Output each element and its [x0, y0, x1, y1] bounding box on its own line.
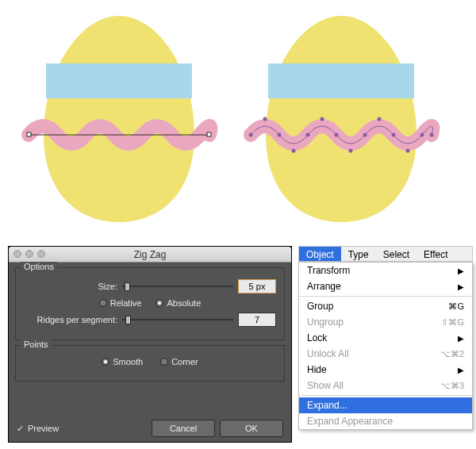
svg-point-17 [420, 133, 424, 137]
svg-point-15 [392, 133, 396, 137]
menu-item-transform[interactable]: Transform▶ [299, 263, 472, 278]
menu-item-ungroup: Ungroup⇧⌘G [299, 314, 472, 330]
points-group: Points Smooth Corner [15, 345, 285, 382]
shortcut-label: ⌥⌘3 [440, 381, 464, 391]
zigzag-dialog: Zig Zag Options Size: 5 px Relative Abso… [8, 246, 292, 443]
submenu-arrow-icon: ▶ [458, 267, 464, 275]
svg-point-6 [263, 117, 267, 121]
dialog-title-bar[interactable]: Zig Zag [9, 247, 291, 263]
absolute-radio[interactable]: Absolute [155, 298, 201, 308]
svg-point-9 [306, 133, 310, 137]
shortcut-label: ⌘G [448, 301, 464, 312]
svg-rect-0 [46, 63, 192, 98]
svg-point-10 [321, 117, 324, 121]
menu-item-lock[interactable]: Lock▶ [299, 330, 472, 346]
relative-radio[interactable]: Relative [99, 298, 142, 308]
menu-item-expand[interactable]: Expand... [299, 397, 472, 413]
options-group: Options Size: 5 px Relative Absolute Rid… [15, 267, 285, 340]
dialog-title: Zig Zag [134, 249, 167, 260]
svg-point-8 [292, 149, 296, 153]
svg-point-14 [378, 117, 382, 121]
size-label: Size: [24, 282, 117, 291]
svg-rect-4 [268, 63, 414, 98]
menu-select[interactable]: Select [376, 247, 416, 261]
svg-point-11 [335, 133, 339, 137]
menu-item-expand-appearance: Expand Appearance [299, 413, 472, 429]
submenu-arrow-icon: ▶ [458, 334, 464, 343]
window-controls[interactable] [13, 250, 45, 258]
artwork-svg [0, 0, 476, 243]
ridges-field[interactable]: 7 [238, 313, 276, 327]
size-slider[interactable] [122, 281, 233, 292]
submenu-arrow-icon: ▶ [458, 366, 464, 374]
svg-rect-3 [207, 132, 211, 136]
svg-point-7 [278, 133, 282, 137]
submenu-arrow-icon: ▶ [458, 282, 464, 291]
ridges-slider[interactable] [122, 314, 233, 325]
smooth-radio[interactable]: Smooth [102, 357, 143, 366]
shortcut-label: ⇧⌘G [441, 317, 464, 328]
menu-item-arrange[interactable]: Arrange▶ [299, 278, 472, 294]
ok-button[interactable]: OK [220, 420, 283, 437]
preview-checkbox[interactable]: ✓ Preview [17, 424, 59, 434]
size-field[interactable]: 5 px [238, 279, 276, 294]
menu-effect[interactable]: Effect [416, 247, 455, 261]
menu-item-hide[interactable]: Hide▶ [299, 362, 472, 378]
ridges-label: Ridges per segment: [24, 315, 117, 324]
options-label: Options [21, 262, 57, 271]
svg-point-16 [406, 149, 410, 153]
svg-rect-2 [27, 132, 31, 136]
points-label: Points [21, 340, 52, 349]
shortcut-label: ⌥⌘2 [440, 349, 464, 359]
menu-type[interactable]: Type [341, 247, 376, 261]
corner-radio[interactable]: Corner [160, 357, 198, 366]
menu-bar: Object Type Select Effect [298, 246, 473, 262]
canvas [0, 0, 476, 243]
svg-point-18 [430, 133, 434, 137]
menu-item-show-all: Show All⌥⌘3 [299, 378, 472, 393]
object-menu: Transform▶Arrange▶Group⌘GUngroup⇧⌘GLock▶… [298, 262, 473, 430]
menu-item-unlock-all: Unlock All⌥⌘2 [299, 346, 472, 362]
svg-point-12 [349, 149, 353, 153]
cancel-button[interactable]: Cancel [152, 420, 215, 437]
svg-point-13 [363, 133, 367, 137]
menu-object[interactable]: Object [299, 247, 341, 261]
menu-item-group[interactable]: Group⌘G [299, 298, 472, 314]
svg-point-5 [249, 133, 253, 137]
